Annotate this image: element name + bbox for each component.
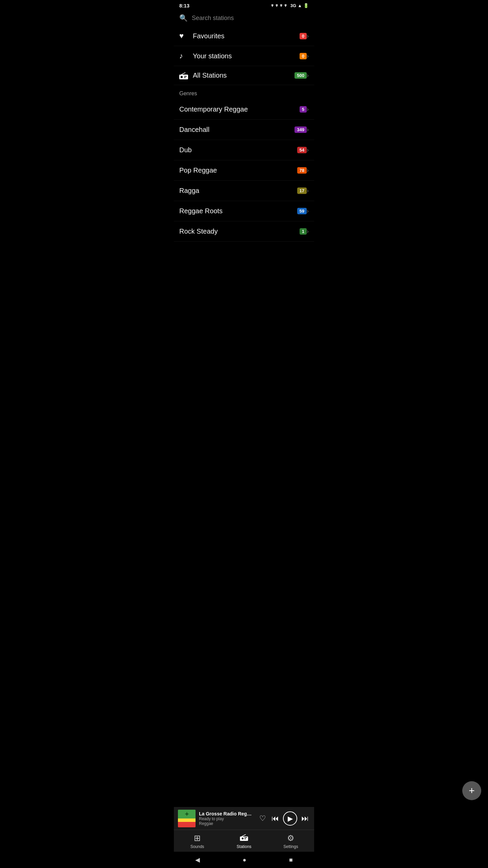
chevron-icon: ›	[307, 33, 309, 40]
search-icon: 🔍	[179, 14, 188, 22]
status-time: 8:13	[179, 3, 189, 8]
chevron-icon: ›	[307, 146, 309, 154]
svg-rect-1	[180, 76, 183, 78]
genres-list: Contemporary Reggae 5 › Dancehall 349 › …	[174, 99, 314, 242]
svg-rect-2	[184, 76, 187, 77]
nav-item-favourites[interactable]: ♥ Favourites 0 ›	[174, 26, 314, 46]
genre-label: Dancehall	[179, 126, 292, 134]
favourites-label: Favourites	[193, 32, 297, 40]
chevron-icon: ›	[307, 72, 309, 79]
genre-item-contemporary-reggae[interactable]: Contemporary Reggae 5 ›	[174, 99, 314, 120]
genre-item-dub[interactable]: Dub 54 ›	[174, 140, 314, 160]
genre-label: Pop Reggae	[179, 166, 294, 174]
notif-icon-4: ♆	[284, 4, 287, 7]
battery-icon: 🔋	[303, 3, 309, 8]
genre-badge: 78	[297, 167, 307, 174]
chevron-icon: ›	[307, 53, 309, 60]
all-stations-label: All Stations	[193, 72, 292, 79]
notif-icon-2: ♆	[275, 4, 278, 7]
nav-item-your-stations[interactable]: ♪ Your stations 0 ›	[174, 46, 314, 66]
radio-icon	[179, 72, 193, 79]
chevron-icon: ›	[307, 126, 309, 133]
search-bar[interactable]: 🔍 Search stations	[174, 10, 314, 26]
genre-badge: 349	[294, 126, 307, 133]
genre-badge: 54	[297, 147, 307, 153]
genre-label: Reggae Roots	[179, 207, 294, 215]
genre-badge: 17	[297, 188, 307, 194]
heart-icon: ♥	[179, 32, 193, 40]
status-bar: 8:13 ♆ ♆ ♆ ♆ 3G ▲ 🔋	[174, 0, 314, 10]
network-indicator: 3G	[290, 3, 296, 8]
chevron-icon: ›	[307, 106, 309, 113]
signal-icon: ▲	[298, 3, 302, 8]
chevron-icon: ›	[307, 208, 309, 215]
your-stations-label: Your stations	[193, 52, 297, 60]
svg-rect-3	[184, 77, 186, 78]
genre-item-ragga[interactable]: Ragga 17 ›	[174, 181, 314, 201]
genre-item-pop-reggae[interactable]: Pop Reggae 78 ›	[174, 160, 314, 181]
genre-label: Rock Steady	[179, 228, 297, 235]
genre-label: Contemporary Reggae	[179, 105, 297, 113]
music-note-icon: ♪	[179, 52, 193, 60]
your-stations-badge: 0	[300, 53, 307, 59]
chevron-icon: ›	[307, 187, 309, 194]
chevron-icon: ›	[307, 167, 309, 174]
genre-item-dancehall[interactable]: Dancehall 349 ›	[174, 120, 314, 140]
genre-item-reggae-roots[interactable]: Reggae Roots 59 ›	[174, 201, 314, 221]
notif-icon-1: ♆	[271, 4, 274, 7]
genre-badge: 1	[300, 228, 307, 235]
nav-item-all-stations[interactable]: All Stations 500 ›	[174, 66, 314, 85]
genre-item-rock-steady[interactable]: Rock Steady 1 ›	[174, 221, 314, 242]
genre-badge: 5	[300, 106, 307, 113]
svg-line-4	[181, 73, 185, 75]
favourites-badge: 0	[300, 33, 307, 39]
search-placeholder: Search stations	[192, 15, 234, 22]
main-nav-list: ♥ Favourites 0 › ♪ Your stations 0 › All…	[174, 26, 314, 85]
chevron-icon: ›	[307, 228, 309, 235]
genre-label: Dub	[179, 146, 294, 154]
genre-badge: 59	[297, 208, 307, 214]
all-stations-badge: 500	[294, 72, 307, 79]
notif-icon-3: ♆	[280, 4, 283, 7]
status-right: ♆ ♆ ♆ ♆ 3G ▲ 🔋	[271, 3, 309, 8]
genres-section-label: Genres	[174, 85, 314, 99]
genre-label: Ragga	[179, 187, 294, 195]
